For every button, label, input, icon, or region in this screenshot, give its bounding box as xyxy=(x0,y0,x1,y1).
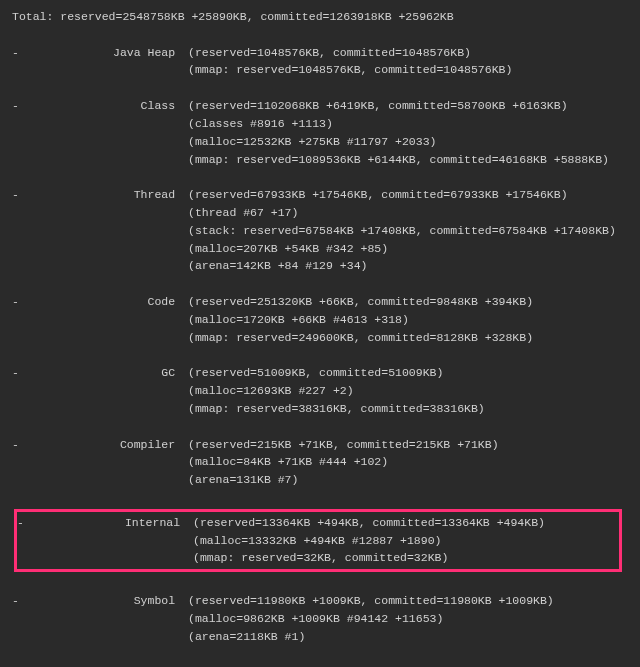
highlight-box: -Internal (reserved=13364KB +494KB, comm… xyxy=(14,509,622,572)
output-line: -Compiler (reserved=215KB +71KB, committ… xyxy=(12,436,628,454)
blank-line xyxy=(12,645,628,663)
dash xyxy=(17,532,31,550)
value-text: (mmap: reserved=1089536KB +6144KB, commi… xyxy=(188,151,609,169)
blank-line xyxy=(12,275,628,293)
sections-container: -Java Heap (reserved=1048576KB, committe… xyxy=(12,26,628,667)
dash: - xyxy=(17,514,31,532)
value-text: (reserved=215KB +71KB, committed=215KB +… xyxy=(188,436,499,454)
category-label xyxy=(26,400,188,418)
output-line: -Code (reserved=251320KB +66KB, committe… xyxy=(12,293,628,311)
dash xyxy=(12,240,26,258)
category-label xyxy=(26,453,188,471)
blank-line xyxy=(12,346,628,364)
category-label xyxy=(26,471,188,489)
output-line: (mmap: reserved=1089536KB +6144KB, commi… xyxy=(12,151,628,169)
blank-line xyxy=(12,26,628,44)
dash xyxy=(12,400,26,418)
category-label xyxy=(26,61,188,79)
dash xyxy=(12,204,26,222)
dash: - xyxy=(12,97,26,115)
value-text: (stack: reserved=67584KB +17408KB, commi… xyxy=(188,222,616,240)
output-line: -Class (reserved=1102068KB +6419KB, comm… xyxy=(12,97,628,115)
dash xyxy=(12,115,26,133)
output-line: (malloc=12532KB +275KB #11797 +2033) xyxy=(12,133,628,151)
dash xyxy=(17,549,31,567)
category-label xyxy=(31,532,193,550)
category-label xyxy=(26,240,188,258)
value-text: (mmap: reserved=38316KB, committed=38316… xyxy=(188,400,485,418)
output-line: (malloc=9862KB +1009KB #94142 +11653) xyxy=(12,610,628,628)
output-line: (malloc=84KB +71KB #444 +102) xyxy=(12,453,628,471)
dash xyxy=(12,61,26,79)
value-text: (mmap: reserved=1048576KB, committed=104… xyxy=(188,61,512,79)
value-text: (reserved=2118KB +288KB, committed=2118K… xyxy=(188,663,526,667)
value-text: (arena=142KB +84 #129 +34) xyxy=(188,257,367,275)
dash xyxy=(12,133,26,151)
output-line: (mmap: reserved=32KB, committed=32KB) xyxy=(17,549,617,567)
value-text: (reserved=11980KB +1009KB, committed=119… xyxy=(188,592,554,610)
category-label xyxy=(26,329,188,347)
output-line: -Java Heap (reserved=1048576KB, committe… xyxy=(12,44,628,62)
output-line: -Internal (reserved=13364KB +494KB, comm… xyxy=(17,514,617,532)
value-text: (reserved=67933KB +17546KB, committed=67… xyxy=(188,186,568,204)
output-line: (arena=142KB +84 #129 +34) xyxy=(12,257,628,275)
value-text: (reserved=1102068KB +6419KB, committed=5… xyxy=(188,97,568,115)
category-label xyxy=(26,610,188,628)
category-label: Internal xyxy=(31,514,193,532)
category-label: Code xyxy=(26,293,188,311)
nmt-output: Total: reserved=2548758KB +25890KB, comm… xyxy=(0,0,640,667)
category-label: GC xyxy=(26,364,188,382)
value-text: (mmap: reserved=32KB, committed=32KB) xyxy=(193,549,448,567)
category-label xyxy=(26,133,188,151)
category-label: Java Heap xyxy=(26,44,188,62)
value-text: (malloc=1720KB +66KB #4613 +318) xyxy=(188,311,409,329)
dash xyxy=(12,257,26,275)
value-text: (malloc=13332KB +494KB #12887 +1890) xyxy=(193,532,441,550)
dash: - xyxy=(12,186,26,204)
total-line: Total: reserved=2548758KB +25890KB, comm… xyxy=(12,8,628,26)
category-label: Native Memory Tracking xyxy=(26,663,188,667)
dash: - xyxy=(12,44,26,62)
category-label xyxy=(26,628,188,646)
category-label xyxy=(26,257,188,275)
value-text: (arena=131KB #7) xyxy=(188,471,298,489)
category-label xyxy=(31,549,193,567)
value-text: (malloc=207KB +54KB #342 +85) xyxy=(188,240,388,258)
dash xyxy=(12,628,26,646)
output-line: (mmap: reserved=1048576KB, committed=104… xyxy=(12,61,628,79)
output-line: (malloc=13332KB +494KB #12887 +1890) xyxy=(17,532,617,550)
dash xyxy=(12,222,26,240)
output-line: (mmap: reserved=249600KB, committed=8128… xyxy=(12,329,628,347)
blank-line xyxy=(12,79,628,97)
dash: - xyxy=(12,592,26,610)
blank-line xyxy=(12,574,628,592)
value-text: (mmap: reserved=249600KB, committed=8128… xyxy=(188,329,533,347)
dash xyxy=(12,471,26,489)
value-text: (malloc=9862KB +1009KB #94142 +11653) xyxy=(188,610,443,628)
category-label xyxy=(26,151,188,169)
dash: - xyxy=(12,364,26,382)
dash xyxy=(12,151,26,169)
output-line: -Thread (reserved=67933KB +17546KB, comm… xyxy=(12,186,628,204)
value-text: (classes #8916 +1113) xyxy=(188,115,333,133)
dash xyxy=(12,311,26,329)
value-text: (reserved=251320KB +66KB, committed=9848… xyxy=(188,293,533,311)
dash: - xyxy=(12,293,26,311)
value-text: (reserved=1048576KB, committed=1048576KB… xyxy=(188,44,471,62)
dash: - xyxy=(12,663,26,667)
output-line: -Native Memory Tracking (reserved=2118KB… xyxy=(12,663,628,667)
value-text: (malloc=12693KB #227 +2) xyxy=(188,382,354,400)
dash: - xyxy=(12,436,26,454)
blank-line xyxy=(12,418,628,436)
category-label xyxy=(26,222,188,240)
output-line: (malloc=1720KB +66KB #4613 +318) xyxy=(12,311,628,329)
output-line: (stack: reserved=67584KB +17408KB, commi… xyxy=(12,222,628,240)
output-line: (arena=2118KB #1) xyxy=(12,628,628,646)
value-text: (reserved=51009KB, committed=51009KB) xyxy=(188,364,443,382)
blank-line xyxy=(12,489,628,507)
output-line: -GC (reserved=51009KB, committed=51009KB… xyxy=(12,364,628,382)
output-line: (malloc=12693KB #227 +2) xyxy=(12,382,628,400)
category-label: Class xyxy=(26,97,188,115)
output-line: (arena=131KB #7) xyxy=(12,471,628,489)
value-text: (reserved=13364KB +494KB, committed=1336… xyxy=(193,514,545,532)
